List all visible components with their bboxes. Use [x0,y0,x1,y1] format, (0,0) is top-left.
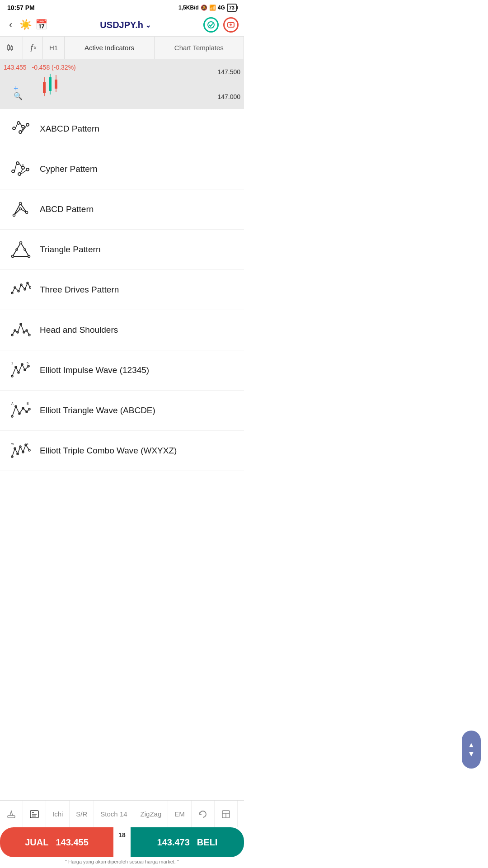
svg-point-43 [20,242,22,244]
svg-text:A: A [11,402,14,405]
three-drives-icon [9,278,33,302]
xabcd-icon [9,117,33,141]
svg-point-0 [208,22,214,28]
candlestick-btn[interactable] [0,37,23,59]
list-label-head-shoulders: Head and Shoulders [40,325,118,335]
svg-rect-5 [11,47,13,50]
svg-point-17 [13,127,15,130]
list-label-triangle: Triangle Pattern [40,245,100,255]
svg-text:1: 1 [11,362,13,365]
mute-icon: 🔕 [201,5,207,11]
list-item-cypher[interactable]: c Cypher Pattern [0,149,244,189]
svg-rect-14 [55,80,57,89]
svg-point-21 [26,123,29,126]
list-label-abcd: ABCD Pattern [40,204,94,214]
chart-candles [41,68,86,104]
svg-rect-8 [43,82,46,93]
svg-line-31 [14,165,16,171]
elliott-impulse-icon: 1 5 [9,359,33,382]
main-toolbar: ƒx H1 Active Indicators Chart Templates [0,37,244,59]
svg-point-30 [26,168,29,171]
svg-line-22 [15,124,17,128]
top-nav: ‹ ☀️ 📅 USDJPY.h ⌄ [0,14,244,37]
symbol-selector[interactable]: USDJPY.h ⌄ [51,20,200,30]
nav-right-icons [203,17,239,33]
elliott-triangle-icon: A E [9,399,33,422]
svg-text:c: c [22,163,24,166]
triangle-icon [9,238,33,261]
svg-point-18 [17,122,20,124]
symbol-chevron: ⌄ [145,21,151,29]
signal-icon: 📶 [209,5,216,11]
svg-point-28 [22,166,24,169]
formula-btn[interactable]: ƒx [23,37,43,59]
svg-point-39 [26,212,28,214]
calendar-icon[interactable]: 📅 [35,19,47,31]
list-item-triangle[interactable]: Triangle Pattern [0,230,244,270]
status-icons: 1,5KB/d 🔕 📶 4G 73 [178,4,237,12]
elliott-triple-icon: W Z [9,439,33,462]
chart-price-labels: 147.500 147.000 [208,59,244,109]
list-label-xabcd: XABCD Pattern [40,124,99,134]
back-button[interactable]: ‹ [5,17,16,33]
cypher-icon: c [9,157,33,181]
network-type: 4G [218,5,225,11]
svg-point-26 [12,170,14,173]
list-item-head-shoulders[interactable]: Head and Shoulders [0,310,244,350]
indicator-icon[interactable] [203,17,219,33]
svg-point-27 [16,162,19,165]
tab-active-indicators[interactable]: Active Indicators [65,37,154,59]
status-bar: 10:57 PM 1,5KB/d 🔕 📶 4G 73 [0,0,244,14]
head-shoulders-icon [9,318,33,342]
svg-line-32 [19,163,22,167]
network-speed: 1,5KB/d [178,5,199,11]
abcd-icon [9,198,33,221]
list-label-elliott-impulse: Elliott Impulse Wave (12345) [40,365,149,375]
svg-text:W: W [11,443,14,445]
list-item-elliott-triangle[interactable]: A E Elliott Triangle Wave (ABCDE) [0,391,244,431]
list-label-elliott-triple: Elliott Triple Combo Wave (WXYXZ) [40,446,177,456]
svg-rect-2 [8,45,9,50]
timeframe-selector[interactable]: H1 [43,37,65,59]
trade-icon[interactable] [223,17,239,33]
list-label-elliott-triangle: Elliott Triangle Wave (ABCDE) [40,406,155,415]
svg-line-33 [21,169,23,173]
list-item-xabcd[interactable]: XABCD Pattern [0,109,244,149]
list-label-cypher: Cypher Pattern [40,164,98,174]
list-item-elliott-impulse[interactable]: 1 5 Elliott Impulse Wave (12345) [0,350,244,391]
svg-rect-11 [49,77,52,91]
svg-marker-41 [13,243,29,256]
pattern-list: XABCD Pattern c Cypher Pattern [0,109,244,543]
symbol-label: USDJPY.h [100,20,143,30]
svg-point-19 [22,125,24,128]
tab-chart-templates[interactable]: Chart Templates [155,37,244,59]
magnify-icon: 🔍 [14,92,23,100]
list-item-abcd[interactable]: ABCD Pattern [0,189,244,230]
list-item-elliott-triple[interactable]: W Z Elliott Triple Combo Wave (WXYXZ) [0,431,244,471]
svg-point-20 [19,131,22,133]
chart-preview: + 143.455 -0.458 (-0.32%) 🔍 147.500 147.… [0,59,244,109]
svg-point-40 [19,208,22,210]
svg-point-37 [13,214,15,217]
list-item-three-drives[interactable]: Three Drives Pattern [0,270,244,310]
svg-line-23 [20,123,22,126]
list-label-three-drives: Three Drives Pattern [40,285,119,295]
svg-text:E: E [27,402,29,405]
battery-icon: 73 [227,4,237,12]
status-time: 10:57 PM [7,4,35,11]
svg-text:5: 5 [27,362,28,365]
svg-point-29 [18,173,21,175]
theme-icon[interactable]: ☀️ [19,19,32,31]
svg-point-38 [19,203,22,205]
